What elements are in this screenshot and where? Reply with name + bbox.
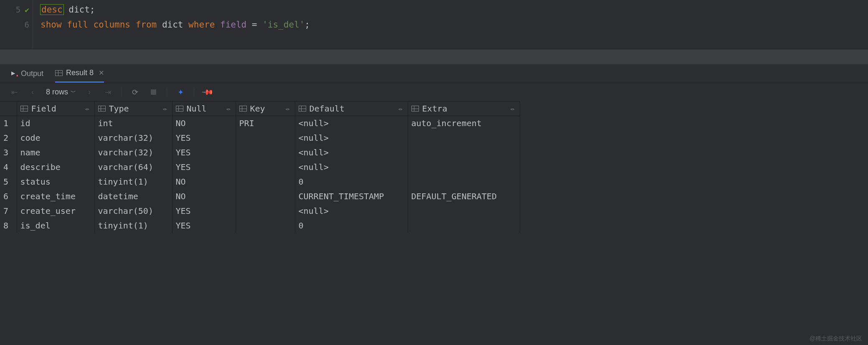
sort-icon[interactable]: ◂▸ bbox=[162, 106, 167, 112]
cell-null[interactable]: YES bbox=[172, 218, 236, 233]
sort-icon[interactable]: ◂▸ bbox=[285, 106, 290, 112]
cell-null[interactable]: YES bbox=[172, 145, 236, 160]
table-row[interactable]: 4describevarchar(64)YES<null> bbox=[0, 160, 520, 175]
cell-null[interactable]: YES bbox=[172, 204, 236, 218]
table-row[interactable]: 8is_deltinyint(1)YES0 bbox=[0, 218, 520, 233]
last-page-button[interactable]: ⇥ bbox=[103, 88, 113, 97]
cell-default[interactable]: <null> bbox=[295, 116, 408, 131]
code-line-5[interactable]: desc dict; bbox=[41, 2, 868, 17]
cell-field[interactable]: describe bbox=[17, 160, 94, 175]
cell-null[interactable]: NO bbox=[172, 189, 236, 204]
output-icon bbox=[11, 70, 18, 77]
cell-field[interactable]: create_time bbox=[17, 189, 94, 204]
cell-field[interactable]: name bbox=[17, 145, 94, 160]
keyword-show: show bbox=[41, 20, 62, 30]
code-area[interactable]: desc dict; show full columns from dict w… bbox=[33, 0, 868, 49]
rows-dropdown[interactable]: 8 rows ﹀ bbox=[46, 88, 76, 96]
reload-button[interactable]: ⟳ bbox=[130, 88, 140, 97]
table-row[interactable]: 2codevarchar(32)YES<null> bbox=[0, 131, 520, 145]
cell-null[interactable]: NO bbox=[172, 116, 236, 131]
keyword-where: where bbox=[188, 20, 215, 30]
row-number[interactable]: 5 bbox=[0, 175, 17, 189]
sort-icon[interactable]: ◂▸ bbox=[84, 106, 89, 112]
cell-type[interactable]: varchar(64) bbox=[94, 160, 172, 175]
cell-extra[interactable] bbox=[408, 175, 520, 189]
table-header-row: Field◂▸ Type◂▸ Null◂▸ Key◂▸ Default◂▸ Ex… bbox=[0, 101, 520, 116]
table-row[interactable]: 5statustinyint(1)NO0 bbox=[0, 175, 520, 189]
row-number[interactable]: 6 bbox=[0, 189, 17, 204]
sort-icon[interactable]: ◂▸ bbox=[398, 106, 403, 112]
table-row[interactable]: 3namevarchar(32)YES<null> bbox=[0, 145, 520, 160]
table-row[interactable]: 7create_uservarchar(50)YES<null> bbox=[0, 204, 520, 218]
code-line-6[interactable]: show full columns from dict where field … bbox=[41, 17, 868, 32]
sql-editor[interactable]: 5 ✔ 6 desc dict; show full columns from … bbox=[0, 0, 868, 49]
cell-default[interactable]: 0 bbox=[295, 175, 408, 189]
cell-extra[interactable] bbox=[408, 160, 520, 175]
cell-type[interactable]: tinyint(1) bbox=[94, 218, 172, 233]
row-number[interactable]: 8 bbox=[0, 218, 17, 233]
cell-null[interactable]: YES bbox=[172, 131, 236, 145]
cell-type[interactable]: tinyint(1) bbox=[94, 175, 172, 189]
pin-button[interactable]: 📌 bbox=[203, 88, 213, 97]
row-number[interactable]: 2 bbox=[0, 131, 17, 145]
cell-key[interactable] bbox=[236, 218, 295, 233]
cell-type[interactable]: varchar(32) bbox=[94, 131, 172, 145]
cell-default[interactable]: <null> bbox=[295, 160, 408, 175]
close-icon[interactable]: ✕ bbox=[99, 69, 104, 77]
gutter-line-5[interactable]: 5 ✔ bbox=[0, 2, 29, 17]
cell-null[interactable]: NO bbox=[172, 175, 236, 189]
cell-default[interactable]: 0 bbox=[295, 218, 408, 233]
cell-type[interactable]: varchar(50) bbox=[94, 204, 172, 218]
semicolon: ; bbox=[90, 5, 95, 15]
cell-key[interactable] bbox=[236, 175, 295, 189]
cell-default[interactable]: <null> bbox=[295, 145, 408, 160]
tab-output[interactable]: Output bbox=[11, 64, 43, 83]
sort-icon[interactable]: ◂▸ bbox=[510, 106, 515, 112]
cell-field[interactable]: is_del bbox=[17, 218, 94, 233]
cell-default[interactable]: CURRENT_TIMESTAMP bbox=[295, 189, 408, 204]
row-number[interactable]: 7 bbox=[0, 204, 17, 218]
row-number[interactable]: 3 bbox=[0, 145, 17, 160]
cell-key[interactable]: PRI bbox=[236, 116, 295, 131]
stop-button[interactable] bbox=[148, 89, 158, 95]
cell-type[interactable]: varchar(32) bbox=[94, 145, 172, 160]
table-row[interactable]: 1idintNOPRI<null>auto_increment bbox=[0, 116, 520, 131]
cell-default[interactable]: <null> bbox=[295, 204, 408, 218]
column-header-key[interactable]: Key◂▸ bbox=[236, 101, 295, 116]
prev-page-button[interactable]: ‹ bbox=[28, 88, 38, 96]
row-number[interactable]: 4 bbox=[0, 160, 17, 175]
cell-type[interactable]: int bbox=[94, 116, 172, 131]
column-header-default[interactable]: Default◂▸ bbox=[295, 101, 408, 116]
column-header-type[interactable]: Type◂▸ bbox=[94, 101, 172, 116]
cell-extra[interactable]: auto_increment bbox=[408, 116, 520, 131]
cell-key[interactable] bbox=[236, 189, 295, 204]
cell-extra[interactable] bbox=[408, 131, 520, 145]
commit-button[interactable]: ✦ bbox=[175, 88, 185, 97]
cell-field[interactable]: code bbox=[17, 131, 94, 145]
cell-field[interactable]: status bbox=[17, 175, 94, 189]
cell-default[interactable]: <null> bbox=[295, 131, 408, 145]
next-page-button[interactable]: › bbox=[84, 88, 94, 96]
cell-field[interactable]: id bbox=[17, 116, 94, 131]
table-row[interactable]: 6create_timedatetimeNOCURRENT_TIMESTAMPD… bbox=[0, 189, 520, 204]
column-header-extra[interactable]: Extra◂▸ bbox=[408, 101, 520, 116]
cell-extra[interactable]: DEFAULT_GENERATED bbox=[408, 189, 520, 204]
column-header-field[interactable]: Field◂▸ bbox=[17, 101, 94, 116]
tab-result[interactable]: Result 8 ✕ bbox=[55, 64, 104, 83]
row-number[interactable]: 1 bbox=[0, 116, 17, 131]
cell-null[interactable]: YES bbox=[172, 160, 236, 175]
cell-key[interactable] bbox=[236, 204, 295, 218]
cell-key[interactable] bbox=[236, 160, 295, 175]
first-page-button[interactable]: ⇤ bbox=[9, 88, 19, 97]
cell-extra[interactable] bbox=[408, 218, 520, 233]
gutter-line-6[interactable]: 6 bbox=[0, 17, 29, 32]
column-header-null[interactable]: Null◂▸ bbox=[172, 101, 236, 116]
sort-icon[interactable]: ◂▸ bbox=[226, 106, 231, 112]
cell-key[interactable] bbox=[236, 131, 295, 145]
cell-key[interactable] bbox=[236, 145, 295, 160]
rownum-header[interactable] bbox=[0, 101, 17, 116]
cell-extra[interactable] bbox=[408, 204, 520, 218]
cell-extra[interactable] bbox=[408, 145, 520, 160]
cell-type[interactable]: datetime bbox=[94, 189, 172, 204]
cell-field[interactable]: create_user bbox=[17, 204, 94, 218]
